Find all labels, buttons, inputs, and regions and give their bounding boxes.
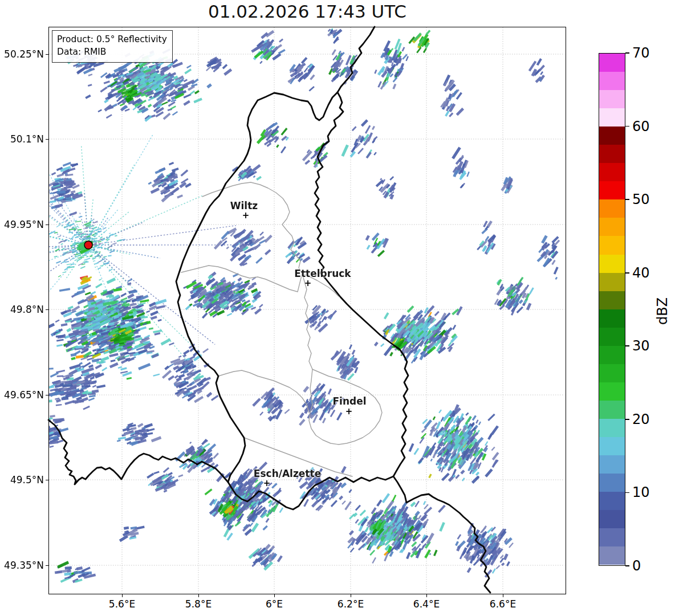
colorbar-tick-mark [625, 565, 629, 566]
y-tick-label: 50.1°N [10, 133, 48, 145]
y-tick-mark [46, 309, 48, 310]
colorbar-segment [599, 90, 625, 108]
colorbar-segment [599, 419, 625, 437]
colorbar-tick-label: 20 [632, 411, 650, 427]
colorbar-segment [599, 127, 625, 145]
y-tick-mark [46, 395, 48, 395]
x-tick-mark [274, 594, 275, 597]
colorbar-tick-label: 40 [632, 265, 650, 281]
colorbar-tick-mark [625, 272, 629, 274]
y-tick-label: 49.5°N [10, 474, 48, 486]
city-marker: + [345, 407, 353, 416]
y-tick-mark [46, 480, 48, 480]
x-tick-mark [503, 594, 503, 597]
colorbar-segment [599, 364, 625, 382]
colorbar-segment [599, 492, 625, 510]
map-title: 01.02.2026 17:43 UTC [48, 1, 566, 22]
colorbar-segment [599, 145, 625, 163]
data-source-line: Data: RMIB [57, 46, 167, 58]
colorbar-segment [599, 255, 625, 273]
colorbar-segment [599, 474, 625, 492]
x-tick-label: 5.6°E [109, 598, 135, 610]
x-tick-mark [122, 594, 123, 597]
colorbar-segment [599, 273, 625, 291]
y-tick-label: 49.65°N [4, 389, 48, 401]
colorbar-segment [599, 437, 625, 455]
radar-figure: 01.02.2026 17:43 UTC Wiltz+Ettelbruck+Fi… [0, 0, 675, 616]
colorbar-segment [599, 455, 625, 474]
colorbar-segment [599, 309, 625, 328]
colorbar-segment [599, 346, 625, 364]
colorbar [599, 53, 625, 566]
y-tick-label: 49.95°N [4, 219, 48, 230]
city-marker: + [263, 479, 271, 488]
colorbar-tick-mark [625, 345, 629, 346]
x-tick-label: 6.4°E [413, 598, 440, 610]
y-tick-label: 50.25°N [4, 48, 48, 60]
country-border [48, 27, 490, 593]
city-label: Ettelbruck [294, 268, 351, 279]
colorbar-unit-label: dBZ [654, 297, 670, 325]
city-marker: + [304, 279, 312, 288]
x-tick-label: 6.2°E [338, 598, 364, 610]
y-tick-mark [46, 565, 48, 566]
colorbar-tick-label: 30 [632, 338, 650, 354]
colorbar-tick-mark [625, 199, 629, 200]
colorbar-segment [599, 546, 625, 565]
colorbar-segment [599, 72, 625, 90]
plot-area[interactable]: Wiltz+Ettelbruck+Findel+Esch/Alzette+ Pr… [48, 27, 566, 594]
product-line: Product: 0.5° Reflectivity [57, 33, 167, 46]
x-tick-mark [426, 594, 427, 597]
colorbar-segment [599, 163, 625, 181]
colorbar-segment [599, 510, 625, 528]
colorbar-tick-label: 50 [632, 191, 650, 207]
colorbar-tick-mark [625, 126, 629, 127]
city-marker: + [242, 211, 250, 220]
colorbar-tick-label: 70 [632, 45, 650, 61]
y-tick-mark [46, 139, 48, 140]
x-tick-label: 6°E [266, 598, 283, 610]
colorbar-segment [599, 528, 625, 546]
x-tick-mark [198, 594, 199, 597]
radar-site-marker [84, 241, 92, 249]
colorbar-segment [599, 199, 625, 218]
colorbar-segment [599, 328, 625, 346]
colorbar-tick-mark [625, 419, 629, 420]
colorbar-tick-label: 60 [632, 119, 650, 134]
country-borders-svg [49, 27, 565, 593]
colorbar-segment [599, 181, 625, 199]
colorbar-segment [599, 401, 625, 419]
colorbar-tick-label: 10 [632, 484, 650, 500]
x-tick-label: 6.6°E [490, 598, 516, 610]
colorbar-tick-label: 0 [632, 558, 641, 574]
city-label: Findel [332, 395, 366, 407]
y-tick-label: 49.8°N [10, 304, 48, 315]
district-borders [181, 182, 382, 476]
colorbar-tick-mark [625, 52, 629, 54]
y-tick-mark [46, 54, 48, 55]
x-tick-label: 5.8°E [185, 598, 212, 610]
colorbar-segment [599, 236, 625, 254]
y-tick-label: 49.35°N [4, 560, 48, 571]
colorbar-segment [599, 291, 625, 309]
x-tick-mark [351, 594, 351, 597]
y-tick-mark [46, 225, 48, 225]
colorbar-segment [599, 382, 625, 401]
colorbar-segment [599, 108, 625, 127]
colorbar-tick-mark [625, 492, 629, 493]
colorbar-segment [599, 218, 625, 236]
product-info-box: Product: 0.5° Reflectivity Data: RMIB [52, 30, 173, 63]
radar-site-dot [84, 241, 92, 249]
colorbar-segment [599, 54, 625, 72]
